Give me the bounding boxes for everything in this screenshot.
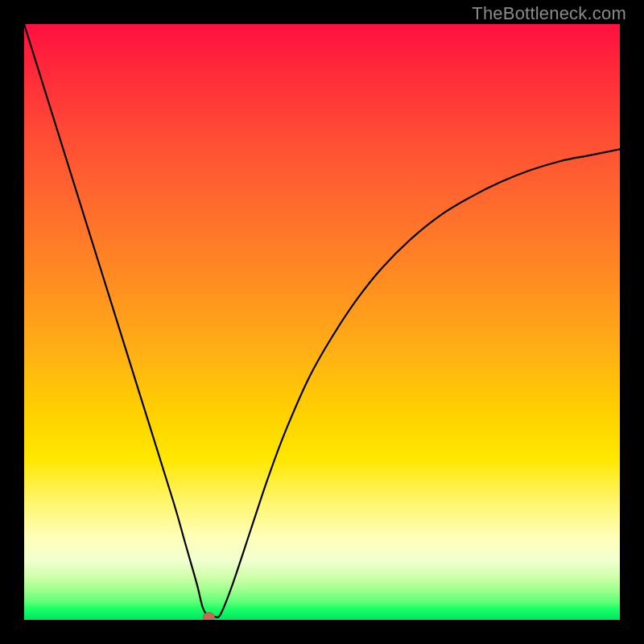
optimum-marker [203, 613, 214, 620]
plot-area [24, 24, 620, 620]
curve-svg [24, 24, 620, 620]
chart-frame: TheBottleneck.com [0, 0, 644, 644]
bottleneck-curve [24, 24, 620, 617]
watermark-text: TheBottleneck.com [472, 3, 626, 24]
